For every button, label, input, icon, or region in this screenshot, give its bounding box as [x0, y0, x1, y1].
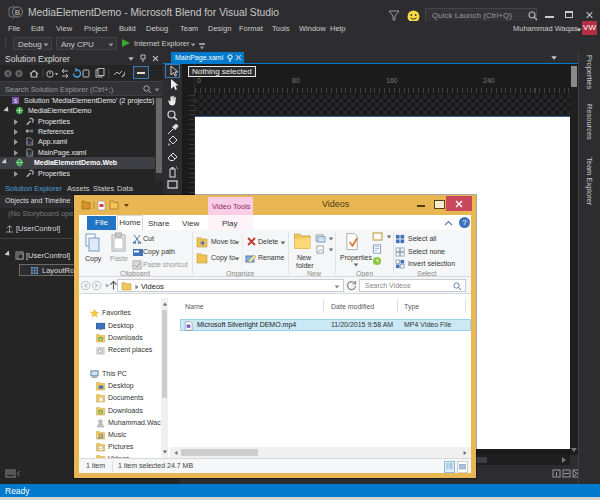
svg-text:s: s [14, 97, 17, 104]
svg-text:B: B [15, 8, 20, 17]
